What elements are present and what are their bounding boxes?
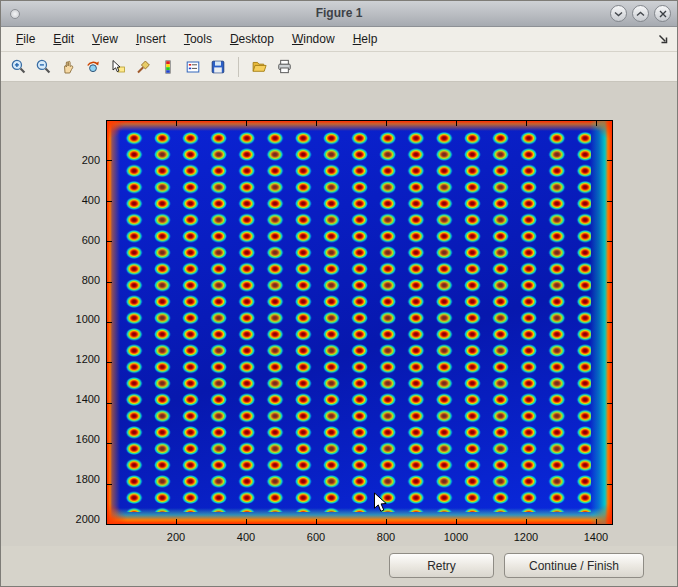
pan-button[interactable] — [56, 55, 80, 79]
y-tick-label: 2000 — [56, 512, 100, 526]
mouse-cursor — [373, 492, 388, 517]
plot-axes — [106, 120, 613, 525]
y-tick-label: 400 — [56, 193, 100, 207]
y-tick-label: 600 — [56, 233, 100, 247]
data-cursor-icon — [110, 59, 126, 75]
continue-finish-button[interactable]: Continue / Finish — [504, 553, 644, 578]
figure-toolbar — [1, 52, 677, 82]
zoom-in-icon — [10, 58, 27, 75]
rotate-3d-button[interactable] — [81, 55, 105, 79]
y-tick-label: 1200 — [56, 352, 100, 366]
y-tick-label: 800 — [56, 273, 100, 287]
legend-icon — [185, 59, 201, 75]
data-cursor-button[interactable] — [106, 55, 130, 79]
figure-content: 200 400 600 800 1000 1200 1400 1600 1800… — [1, 82, 677, 586]
retry-button[interactable]: Retry — [389, 553, 494, 578]
toolbar-separator — [238, 57, 239, 77]
menu-file[interactable]: File — [7, 28, 44, 50]
x-tick-label: 400 — [226, 530, 266, 544]
window-title: Figure 1 — [1, 6, 677, 20]
brush-icon — [135, 59, 151, 75]
open-folder-button[interactable] — [247, 55, 271, 79]
menu-edit[interactable]: Edit — [44, 28, 83, 50]
y-tick-label: 1600 — [56, 432, 100, 446]
save-button[interactable] — [206, 55, 230, 79]
insert-legend-button[interactable] — [181, 55, 205, 79]
microarray-spot-grid — [120, 130, 591, 512]
x-tick-label: 1200 — [506, 530, 546, 544]
save-icon — [210, 59, 226, 75]
open-folder-icon — [251, 58, 268, 75]
window-controls — [610, 5, 671, 22]
dock-figure-icon[interactable] — [657, 33, 669, 48]
print-button[interactable] — [272, 55, 296, 79]
chevron-down-icon — [614, 11, 623, 17]
zoom-out-button[interactable] — [31, 55, 55, 79]
figure-window: Figure 1 File Edit View Insert Tools Des… — [0, 0, 678, 587]
x-tick-label: 1000 — [436, 530, 476, 544]
menu-tools[interactable]: Tools — [175, 28, 221, 50]
colorbar-icon — [160, 59, 176, 75]
menu-view[interactable]: View — [83, 28, 127, 50]
chevron-up-icon — [636, 11, 645, 17]
microarray-image — [107, 121, 612, 524]
menu-window[interactable]: Window — [283, 28, 344, 50]
menu-desktop[interactable]: Desktop — [221, 28, 283, 50]
minimize-button[interactable] — [610, 5, 627, 22]
x-tick-label: 800 — [366, 530, 406, 544]
menu-help[interactable]: Help — [344, 28, 387, 50]
maximize-button[interactable] — [632, 5, 649, 22]
menu-insert[interactable]: Insert — [127, 28, 175, 50]
titlebar[interactable]: Figure 1 — [1, 1, 677, 27]
close-icon — [659, 10, 667, 18]
close-button[interactable] — [654, 5, 671, 22]
zoom-out-icon — [35, 58, 52, 75]
y-tick-label: 1400 — [56, 392, 100, 406]
rotate-3d-icon — [85, 59, 101, 75]
figure-canvas: 200 400 600 800 1000 1200 1400 1600 1800… — [1, 82, 678, 546]
x-tick-label: 200 — [156, 530, 196, 544]
x-tick-label: 1400 — [576, 530, 616, 544]
brush-button[interactable] — [131, 55, 155, 79]
y-tick-label: 1800 — [56, 472, 100, 486]
menubar: File Edit View Insert Tools Desktop Wind… — [1, 27, 677, 52]
zoom-in-button[interactable] — [6, 55, 30, 79]
pan-hand-icon — [60, 59, 76, 75]
y-tick-label: 200 — [56, 153, 100, 167]
print-icon — [276, 58, 293, 75]
insert-colorbar-button[interactable] — [156, 55, 180, 79]
x-tick-label: 600 — [296, 530, 336, 544]
y-tick-label: 1000 — [56, 312, 100, 326]
